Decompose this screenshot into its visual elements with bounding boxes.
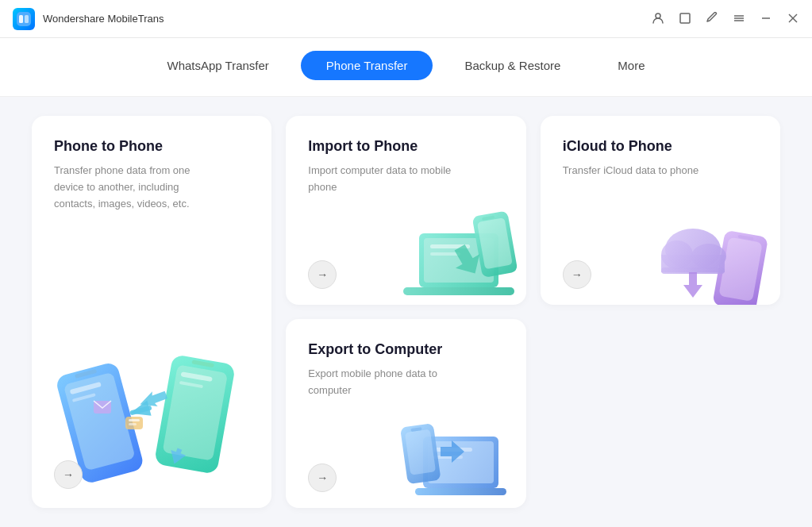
- svg-rect-0: [17, 12, 31, 26]
- window-controls: [652, 12, 799, 26]
- tab-phone-transfer[interactable]: Phone Transfer: [301, 51, 433, 80]
- svg-rect-45: [415, 488, 506, 495]
- tab-backup-restore[interactable]: Backup & Restore: [439, 51, 586, 80]
- card-phone-to-phone: Phone to Phone Transfer phone data from …: [32, 116, 271, 508]
- card-export-desc: Export mobile phone data to computer: [308, 366, 467, 399]
- minimize-icon[interactable]: [760, 12, 772, 26]
- app-name: Wondershare MobileTrans: [43, 13, 652, 25]
- card-icloud-to-phone: iCloud to Phone Transfer iCloud data to …: [541, 116, 780, 305]
- card-export-arrow[interactable]: →: [308, 464, 337, 492]
- icloud-illustration: [653, 210, 780, 305]
- close-icon[interactable]: [787, 12, 799, 26]
- svg-rect-25: [129, 423, 137, 425]
- nav-bar: WhatsApp Transfer Phone Transfer Backup …: [0, 38, 812, 97]
- svg-point-3: [656, 13, 660, 18]
- tab-more[interactable]: More: [592, 51, 670, 80]
- app-logo: [13, 8, 35, 30]
- svg-rect-4: [680, 13, 690, 23]
- card-export-title: Export to Computer: [308, 341, 503, 358]
- window-icon[interactable]: [679, 12, 691, 26]
- card-icloud-desc: Transfer iCloud data to phone: [563, 163, 722, 179]
- tab-whatsapp-transfer[interactable]: WhatsApp Transfer: [141, 51, 294, 80]
- card-phone-to-phone-arrow[interactable]: →: [54, 460, 83, 489]
- menu-icon[interactable]: [733, 12, 745, 26]
- card-icloud-arrow[interactable]: →: [563, 260, 591, 289]
- svg-rect-29: [403, 287, 514, 295]
- card-import-arrow[interactable]: →: [308, 260, 337, 289]
- profile-icon[interactable]: [652, 12, 664, 26]
- card-import-to-phone: Import to Phone Import computer data to …: [286, 116, 525, 305]
- card-icloud-title: iCloud to Phone: [563, 138, 758, 155]
- svg-rect-24: [129, 419, 140, 421]
- card-phone-to-phone-title: Phone to Phone: [54, 138, 249, 155]
- svg-rect-31: [430, 252, 460, 256]
- card-phone-to-phone-desc: Transfer phone data from one device to a…: [54, 163, 213, 212]
- svg-rect-2: [25, 15, 29, 23]
- card-export-to-computer: Export to Computer Export mobile phone d…: [286, 319, 525, 508]
- title-bar: Wondershare MobileTrans: [0, 0, 812, 38]
- card-import-desc: Import computer data to mobile phone: [308, 163, 467, 196]
- card-import-title: Import to Phone: [308, 138, 503, 155]
- svg-rect-1: [19, 15, 23, 23]
- main-content: Phone to Phone Transfer phone data from …: [0, 97, 812, 527]
- import-illustration: [399, 210, 526, 305]
- export-illustration: [399, 413, 526, 508]
- edit-icon[interactable]: [706, 12, 718, 26]
